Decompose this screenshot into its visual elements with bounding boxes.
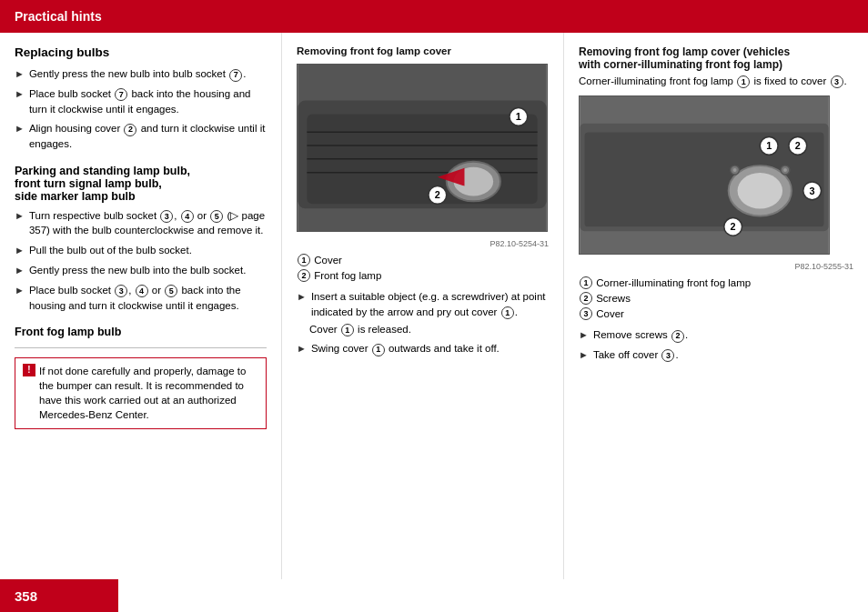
main-content: Replacing bulbs ► Gently press the new b…	[0, 33, 868, 579]
bullet-text: Align housing cover 2 and turn it clockw…	[29, 121, 267, 151]
bullet-arrow-icon: ►	[15, 209, 25, 224]
mid-image-caption: P82.10-5254-31	[297, 239, 549, 248]
warning-icon: !	[23, 364, 35, 376]
bullet-text: Gently press the new bulb into the bulb …	[29, 263, 246, 278]
circle-num: 2	[671, 330, 684, 343]
left-column: Replacing bulbs ► Gently press the new b…	[0, 33, 282, 579]
circle-num: 4	[181, 210, 194, 223]
circle-num: 4	[136, 285, 148, 297]
bullet-arrow-icon: ►	[579, 348, 589, 363]
bullet-text: Place bulb socket 7 back into the housin…	[29, 86, 267, 116]
svg-point-20	[733, 168, 737, 172]
svg-text:2: 2	[795, 140, 801, 151]
remove-screws-text: Remove screws 2.	[593, 327, 688, 343]
bullet-text: Swing cover 1 outwards and take it off.	[311, 341, 500, 356]
right-section-title: Removing front fog lamp cover (vehiclesw…	[579, 45, 853, 71]
fog-lamp-image: 1 2	[297, 64, 548, 232]
mid-label-list: 1 Cover 2 Front fog lamp	[297, 254, 549, 282]
svg-point-22	[783, 168, 787, 172]
label-item: 1 Cover	[297, 254, 549, 266]
right-image-caption: P82.10-5255-31	[579, 262, 853, 271]
bullet-arrow-icon: ►	[15, 67, 25, 82]
right-image-container: 1 2 3 2	[579, 95, 853, 255]
list-item: ► Take off cover 3.	[579, 347, 853, 363]
warning-content: ! If not done carefully and properly, da…	[23, 364, 258, 422]
bullet-arrow-icon: ►	[15, 284, 25, 298]
svg-text:2: 2	[435, 189, 440, 200]
label-item: 2 Screws	[579, 292, 853, 305]
svg-text:2: 2	[731, 221, 736, 232]
divider	[15, 347, 267, 348]
svg-text:1: 1	[516, 111, 521, 122]
corner-fog-lamp-image: 1 2 3 2	[579, 95, 830, 255]
list-item: ► Gently press the new bulb into bulb so…	[15, 66, 267, 82]
list-item: ► Gently press the new bulb into the bul…	[15, 263, 267, 278]
bullet-arrow-icon: ►	[15, 264, 25, 278]
right-column: Removing front fog lamp cover (vehiclesw…	[564, 33, 868, 579]
circle-num: 1	[298, 254, 310, 266]
circle-num: 3	[580, 307, 592, 320]
list-item: ► Insert a suitable object (e.g. a screw…	[297, 289, 549, 319]
bullet-text: Place bulb socket 3, 4 or 5 back into th…	[29, 283, 267, 313]
circle-num: 2	[580, 292, 592, 305]
list-item: ► Turn respective bulb socket 3, 4 or 5 …	[15, 208, 267, 238]
circle-num: 3	[661, 349, 674, 362]
svg-point-18	[738, 173, 782, 209]
circle-num: 7	[229, 69, 242, 82]
mid-column: Removing front fog lamp cover	[282, 33, 564, 579]
fog-lamp-image-container: 1 2	[297, 64, 549, 232]
label-item: 2 Front fog lamp	[297, 269, 549, 282]
subsection-foglamb-title: Front fog lamp bulb	[15, 326, 267, 338]
page-footer: 358	[0, 579, 118, 612]
label-item: 3 Cover	[579, 307, 853, 320]
section-replacing-bulbs-title: Replacing bulbs	[15, 45, 267, 59]
list-item: ► Place bulb socket 3, 4 or 5 back into …	[15, 283, 267, 313]
circle-num: 5	[210, 210, 223, 223]
page-number: 358	[15, 588, 37, 604]
label-text: Front fog lamp	[314, 270, 381, 281]
circle-num: 1	[341, 324, 354, 336]
circle-num: 3	[831, 75, 843, 88]
label-text: Corner-illuminating front fog lamp	[596, 277, 751, 288]
circle-num: 7	[115, 88, 127, 101]
label-item: 1 Corner-illuminating front fog lamp	[579, 276, 853, 289]
list-item: ► Swing cover 1 outwards and take it off…	[297, 341, 549, 356]
circle-num: 1	[501, 306, 514, 319]
list-item: ► Remove screws 2.	[579, 327, 853, 343]
take-off-cover-text: Take off cover 3.	[593, 347, 679, 363]
circle-num: 1	[372, 344, 385, 356]
circle-num: 2	[124, 124, 136, 136]
circle-num: 3	[115, 285, 127, 297]
warning-box: ! If not done carefully and properly, da…	[15, 357, 267, 428]
mid-section-title: Removing front fog lamp cover	[297, 45, 549, 56]
bullet-arrow-icon: ►	[15, 244, 25, 258]
header-title: Practical hints	[15, 9, 102, 24]
bullet-arrow-icon: ►	[15, 122, 25, 136]
right-label-list: 1 Corner-illuminating front fog lamp 2 S…	[579, 276, 853, 320]
bullet-arrow-icon: ►	[15, 87, 25, 102]
bullet-text: Pull the bulb out of the bulb socket.	[29, 243, 192, 258]
svg-text:3: 3	[810, 186, 815, 196]
bullet-arrow-icon: ►	[297, 342, 307, 356]
circle-num: 2	[298, 269, 310, 282]
bullet-arrow-icon: ►	[579, 328, 589, 343]
label-text: Cover	[314, 255, 342, 266]
list-item: ► Place bulb socket 7 back into the hous…	[15, 86, 267, 116]
circle-num: 1	[580, 276, 592, 289]
bullet-text: Gently press the new bulb into bulb sock…	[29, 66, 246, 82]
right-description: Corner-illuminating front fog lamp 1 is …	[579, 75, 853, 88]
warning-text: If not done carefully and properly, dama…	[39, 364, 258, 422]
list-item: ► Align housing cover 2 and turn it cloc…	[15, 121, 267, 151]
circle-num: 5	[165, 285, 177, 297]
sub-text: Cover 1 is released.	[309, 324, 549, 336]
label-text: Cover	[596, 308, 624, 319]
bullet-arrow-icon: ►	[297, 290, 307, 305]
subsection-parking-title: Parking and standing lamp bulb,front tur…	[15, 165, 267, 203]
bullet-text: Turn respective bulb socket 3, 4 or 5 (▷…	[29, 208, 267, 238]
label-text: Screws	[596, 293, 631, 304]
list-item: ► Pull the bulb out of the bulb socket.	[15, 243, 267, 258]
svg-text:1: 1	[766, 140, 772, 151]
bullet-text: Insert a suitable object (e.g. a screwdr…	[311, 289, 549, 319]
page-header: Practical hints	[0, 0, 868, 33]
circle-num: 1	[737, 75, 750, 88]
